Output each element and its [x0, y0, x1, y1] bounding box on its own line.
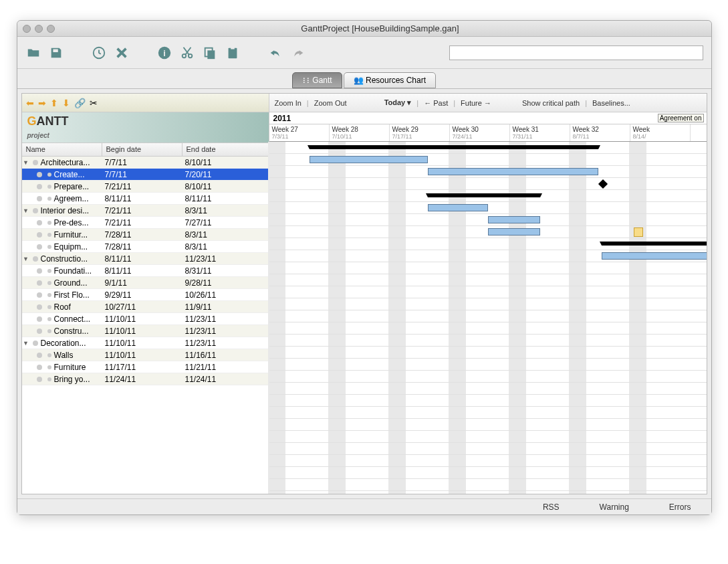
tab-gantt[interactable]: ⫶⫶ Gantt	[292, 72, 342, 88]
task-name: Furniture	[54, 363, 86, 372]
task-bullet-icon	[37, 244, 42, 250]
search-input[interactable]	[449, 45, 703, 60]
nav-forward-icon[interactable]: ➡	[38, 98, 46, 108]
col-name[interactable]: Name	[22, 143, 102, 156]
main-toolbar: i	[17, 37, 711, 69]
task-row[interactable]: Pre-des...7/21/117/27/11	[22, 217, 269, 229]
task-bullet-icon	[37, 232, 42, 238]
task-row[interactable]: Connect...11/10/1111/23/11	[22, 313, 269, 325]
task-name: Decoration...	[41, 339, 86, 348]
summary-bar[interactable]	[602, 242, 707, 246]
expand-icon[interactable]: ▼	[22, 207, 30, 214]
zoom-in-button[interactable]: Zoom In	[275, 99, 301, 107]
task-begin: 8/11/11	[102, 194, 183, 203]
milestone-label: Agreement on	[658, 114, 704, 122]
critical-path-button[interactable]: Show critical path	[522, 99, 580, 107]
gantt-row	[269, 262, 707, 274]
task-row[interactable]: ▼Decoration...11/10/1111/23/11	[22, 337, 269, 349]
task-row[interactable]: Constru...11/10/1111/23/11	[22, 325, 269, 337]
note-icon[interactable]	[634, 227, 643, 237]
task-row[interactable]: Furnitur...7/28/118/3/11	[22, 229, 269, 241]
task-end: 8/11/11	[183, 194, 269, 203]
undo-icon[interactable]	[267, 45, 283, 61]
gantt-row	[269, 322, 707, 335]
task-bar[interactable]	[602, 252, 707, 260]
save-icon[interactable]	[48, 45, 64, 61]
task-bar[interactable]	[488, 216, 540, 223]
cut-icon[interactable]	[179, 45, 195, 61]
task-row[interactable]: Roof10/27/1111/9/11	[22, 301, 269, 313]
baselines-button[interactable]: Baselines...	[592, 99, 630, 107]
today-button[interactable]: Today ▾	[384, 98, 412, 107]
task-row[interactable]: Equipm...7/28/118/3/11	[22, 241, 269, 253]
titlebar: GanttProject [HouseBuildingSample.gan]	[17, 21, 711, 37]
minimize-window-icon[interactable]	[35, 25, 43, 33]
task-name: Architectura...	[41, 158, 90, 167]
task-bullet-icon	[37, 328, 42, 334]
task-bullet-icon	[37, 172, 42, 177]
task-begin: 7/28/11	[102, 242, 183, 252]
redo-icon[interactable]	[290, 45, 306, 61]
summary-bar[interactable]	[428, 193, 540, 197]
task-row[interactable]: Furniture11/17/1111/21/11	[22, 361, 269, 373]
nav-back-icon[interactable]: ⬅	[26, 98, 34, 108]
expand-icon[interactable]: ▼	[22, 159, 30, 166]
tab-resources[interactable]: 👥 Resources Chart	[344, 72, 436, 88]
status-rss[interactable]: RSS	[543, 502, 560, 512]
delete-icon[interactable]	[114, 45, 130, 61]
col-end[interactable]: End date	[183, 143, 269, 156]
task-row[interactable]: First Flo...9/29/1110/26/11	[22, 289, 269, 301]
expand-icon[interactable]: ▼	[22, 256, 30, 262]
task-row[interactable]: ▼Constructio...8/11/1111/23/11	[22, 253, 269, 265]
info-icon[interactable]: i	[156, 45, 172, 61]
expand-icon[interactable]: ▼	[22, 340, 30, 347]
nav-up-icon[interactable]: ⬆	[50, 98, 58, 108]
task-row[interactable]: Ground...9/1/119/28/11	[22, 277, 269, 289]
task-row[interactable]: Foundati...8/11/118/31/11	[22, 265, 269, 277]
task-bullet-icon	[37, 184, 42, 189]
task-begin: 10/27/11	[102, 302, 183, 312]
summary-bar[interactable]	[310, 145, 598, 149]
gantt-row	[269, 166, 707, 178]
task-row[interactable]: Bring yo...11/24/1111/24/11	[22, 373, 269, 385]
past-button[interactable]: ← Past	[424, 99, 448, 107]
gantt-row	[269, 154, 707, 166]
nav-down-icon[interactable]: ⬇	[62, 98, 70, 108]
task-bar[interactable]	[488, 228, 540, 236]
gantt-row	[269, 359, 707, 371]
milestone-icon[interactable]	[598, 179, 607, 189]
task-row[interactable]: ▼Architectura...7/7/118/10/11	[22, 157, 269, 169]
gantt-chart[interactable]	[269, 142, 707, 494]
task-row[interactable]: Create...7/7/117/20/11	[22, 169, 269, 181]
close-window-icon[interactable]	[23, 25, 31, 33]
zoom-out-button[interactable]: Zoom Out	[314, 99, 347, 107]
task-row[interactable]: Walls11/10/1111/16/11	[22, 349, 269, 361]
status-errors[interactable]: Errors	[669, 502, 691, 512]
gantt-row	[269, 347, 707, 359]
clock-icon[interactable]	[91, 45, 107, 61]
copy-icon[interactable]	[202, 45, 218, 61]
task-bar[interactable]	[310, 156, 428, 163]
unlink-icon[interactable]: ✂	[90, 98, 98, 108]
task-row[interactable]: ▼Interior desi...7/21/118/3/11	[22, 205, 269, 217]
task-bar[interactable]	[428, 204, 488, 211]
task-row[interactable]: Prepare...7/21/118/10/11	[22, 181, 269, 193]
gantt-row	[269, 178, 707, 190]
gantt-row	[269, 238, 707, 250]
task-begin: 7/21/11	[102, 182, 183, 191]
future-button[interactable]: Future →	[461, 99, 491, 107]
task-end: 8/3/11	[183, 206, 269, 215]
task-bullet-icon	[33, 160, 38, 165]
logo: GANTTproject	[22, 112, 269, 143]
task-bullet-icon	[33, 256, 38, 262]
task-begin: 7/7/11	[102, 170, 183, 179]
paste-icon[interactable]	[225, 45, 241, 61]
link-icon[interactable]: 🔗	[74, 98, 86, 108]
task-bar[interactable]	[428, 168, 598, 175]
zoom-window-icon[interactable]	[47, 25, 55, 33]
col-begin[interactable]: Begin date	[102, 143, 183, 156]
task-row[interactable]: Agreem...8/11/118/11/11	[22, 193, 269, 205]
task-name: Foundati...	[54, 266, 92, 276]
open-file-icon[interactable]	[25, 45, 41, 61]
status-warning[interactable]: Warning	[600, 502, 629, 512]
